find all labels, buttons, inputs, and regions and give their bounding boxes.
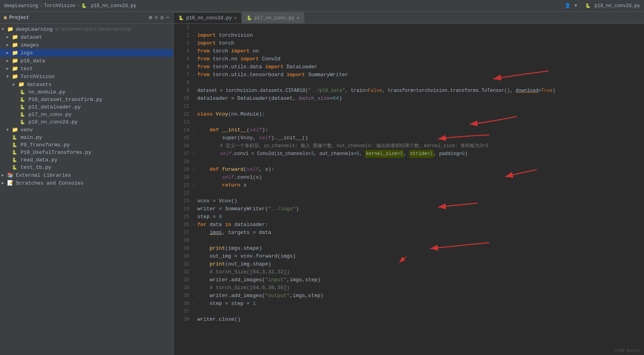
py-icon: 🐍	[12, 150, 19, 155]
py-icon: 🐍	[12, 165, 19, 170]
arrow: ▼	[6, 75, 11, 79]
item-label: nn_module.py	[28, 89, 66, 95]
code-line	[197, 189, 640, 197]
sidebar-item-p10-dataset[interactable]: ▶ 🐍 P10_dataset_transfirm.py	[0, 96, 173, 103]
code-line: step = 0	[197, 213, 640, 221]
tree-root-folder[interactable]: ▼ 📁 deepLearning G:\pythonProject\deepLe…	[0, 25, 173, 33]
settings-icon[interactable]: ⚙	[160, 14, 163, 21]
dropdown-arrow[interactable]: ▼	[575, 3, 577, 9]
py-icon: 🐍	[20, 112, 27, 117]
tab-bar: 🐍 p18_nn_conv2d.py ✕ 🐍 p17_nn_conv.py ✕	[174, 12, 644, 24]
code-line	[197, 103, 640, 110]
scratch-icon: 📝	[7, 180, 14, 186]
sidebar-content[interactable]: ▼ 📁 deepLearning G:\pythonProject\deepLe…	[0, 24, 173, 355]
item-label: test	[21, 66, 33, 72]
code-line: dataset = torchvision.datasets.CIFAR10("…	[197, 87, 640, 95]
py-icon: 🐍	[20, 90, 27, 95]
folder-icon: 📁	[12, 65, 19, 72]
close-tab-button[interactable]: ✕	[234, 15, 237, 21]
arrow: ▶	[2, 181, 6, 185]
py-icon: 🐍	[20, 105, 27, 110]
py-icon: 🐍	[20, 120, 27, 125]
item-label: TorchVision	[21, 74, 54, 80]
breadcrumb-torchvision[interactable]: TorchVision	[44, 3, 75, 9]
tab-p18[interactable]: 🐍 p18_nn_conv2d.py ✕	[174, 12, 242, 23]
sidebar-item-external-libs[interactable]: ▶ 📚 External Libraries	[0, 171, 173, 179]
code-line	[197, 118, 640, 126]
code-line: ◇ class Vcoy(nn.Module):	[197, 110, 640, 118]
code-area[interactable]: 1 2 3 4 5 6 7 8 9 10 11 12 13 14 15 16 1…	[174, 24, 644, 355]
minimize-icon[interactable]: −	[166, 15, 169, 21]
code-content[interactable]: ◇ import torchvision import torch from t…	[193, 24, 644, 355]
sidebar-item-p18[interactable]: ▶ 🐍 p18_nn_conv2d.py	[0, 118, 173, 126]
sidebar-item-p9[interactable]: ▶ 🐍 P9_Transforms.py	[0, 141, 173, 149]
code-line: print(imgs.shape)	[197, 245, 640, 252]
line-numbers: 1 2 3 4 5 6 7 8 9 10 11 12 13 14 15 16 1…	[174, 24, 193, 355]
item-label: Scratches and Consoles	[16, 180, 84, 186]
code-line: out_img = vcov.forward(imgs)	[197, 252, 640, 260]
arrow: ▶	[6, 58, 11, 63]
py-icon: 🐍	[12, 142, 19, 148]
arrow: ▶	[2, 173, 6, 178]
code-line: writer.add_images("output",imgs,step)	[197, 292, 640, 300]
sidebar-item-p11[interactable]: ▶ 🐍 p11_dataloader.py	[0, 103, 173, 111]
code-line: # torch_Size([64,3,32,32])	[197, 268, 640, 276]
py-icon: 🐍	[12, 135, 19, 140]
item-label: read_data.py	[21, 157, 58, 163]
sidebar-item-dataset[interactable]: ▶ 📁 dataset	[0, 33, 173, 41]
item-label: venv	[21, 127, 33, 133]
code-line	[197, 308, 640, 316]
item-label: P9_Transforms.py	[21, 142, 70, 148]
main-layout: ▣ Project ⊕ ≡ ⚙ − ▼ 📁 deepLearning G:\py…	[0, 12, 644, 355]
item-label: images	[21, 42, 39, 48]
top-bar: deepLearning › TorchVision › 🐍 p18_nn_co…	[0, 0, 644, 12]
sidebar-header: ▣ Project ⊕ ≡ ⚙ −	[0, 12, 173, 24]
sidebar-item-datasets[interactable]: ▶ 📁 datasets	[0, 80, 173, 88]
root-label: deepLearning	[16, 26, 53, 32]
sidebar-item-test[interactable]: ▶ 📁 test	[0, 65, 173, 73]
py-icon: 🐍	[178, 15, 184, 21]
tab-p17[interactable]: 🐍 p17_nn_conv.py ✕	[242, 12, 304, 23]
item-label: logs	[21, 50, 33, 56]
item-label: p11_dataloader.py	[28, 104, 81, 110]
breadcrumb-deeplearning[interactable]: deepLearning	[4, 3, 38, 9]
folder-icon: 📁	[12, 73, 19, 80]
sidebar-item-readdata[interactable]: ▶ 🐍 read_data.py	[0, 156, 173, 164]
sidebar-item-testtb[interactable]: ▶ 🐍 test_tb.py	[0, 164, 173, 171]
sidebar-item-nn-module[interactable]: ▶ 🐍 nn_module.py	[0, 88, 173, 96]
arrow: ▶	[6, 43, 11, 47]
code-line: writer.close()	[197, 316, 640, 323]
code-line: imgs, targets = data	[197, 229, 640, 237]
sidebar-item-p17[interactable]: ▶ 🐍 p17_nn_conv.py	[0, 111, 173, 118]
code-line: super(Vcoy, self).__init__()	[197, 134, 640, 142]
watermark: CSDN @vcov	[614, 348, 640, 353]
user-icon[interactable]: 👤	[565, 3, 571, 9]
right-controls: 👤 ▼ 🐍 p18_nn_conv2d.py	[565, 3, 640, 9]
code-line: ◇ for data in dataloader:	[197, 221, 640, 229]
code-line: ◇ step = step + 1	[197, 300, 640, 308]
close-tab-button[interactable]: ✕	[297, 15, 300, 21]
sidebar-item-torchvision[interactable]: ▼ 📁 TorchVision	[0, 73, 173, 80]
editor-area: 🐍 p18_nn_conv2d.py ✕ 🐍 p17_nn_conv.py ✕ …	[174, 12, 644, 355]
sidebar-item-venv[interactable]: ▼ 📁 venv	[0, 126, 173, 134]
ext-lib-icon: 📚	[7, 172, 14, 178]
title-file: p18_nn_conv2d.py	[595, 3, 640, 9]
sidebar-item-logs[interactable]: ▶ 📁 logs	[0, 49, 173, 57]
sidebar-item-scratches[interactable]: ▶ 📝 Scratches and Consoles	[0, 179, 173, 187]
sidebar-item-images[interactable]: ▶ 📁 images	[0, 41, 173, 49]
py-icon: 🐍	[247, 15, 252, 21]
sidebar-item-p18data[interactable]: ▶ 📁 p18_data	[0, 57, 173, 65]
arrow: ▼	[6, 128, 11, 132]
folder-icon: 📁	[12, 50, 19, 56]
sidebar-item-p10useful[interactable]: ▶ 🐍 P10_UsefulTransforms.py	[0, 149, 173, 156]
py-icon: 🐍	[12, 157, 19, 163]
code-line	[197, 237, 640, 245]
item-label: P10_dataset_transfirm.py	[28, 97, 102, 103]
expand-arrow: ▼	[2, 27, 6, 32]
item-label: p17_nn_conv.py	[28, 112, 71, 118]
code-line: vcov = Vcov()	[197, 197, 640, 205]
layout-icon[interactable]: ≡	[155, 15, 158, 21]
add-icon[interactable]: ⊕	[149, 14, 152, 21]
sidebar-item-main[interactable]: ▶ 🐍 main.py	[0, 134, 173, 141]
arrow: ▶	[6, 35, 11, 39]
